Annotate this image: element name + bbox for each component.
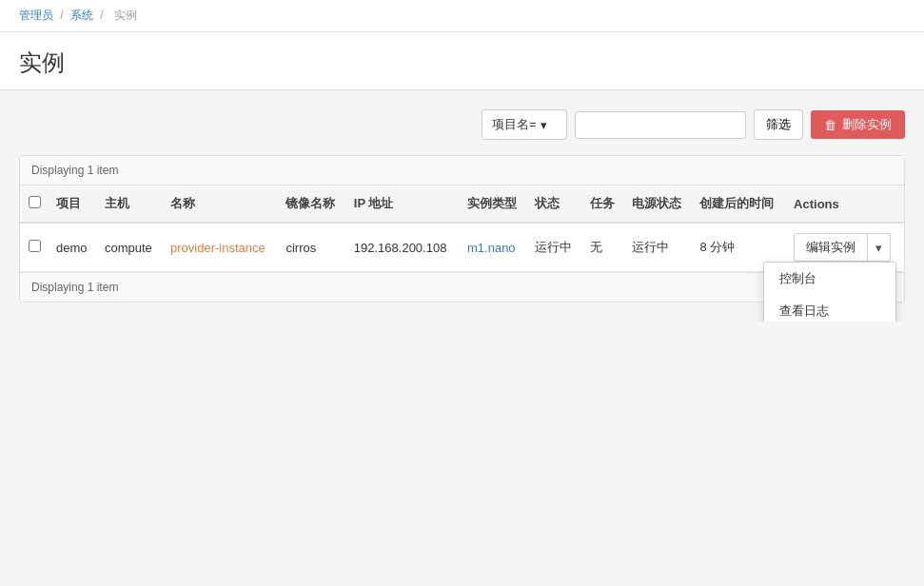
filter-input[interactable]	[575, 111, 746, 139]
page-header: 实例	[0, 32, 924, 90]
row-checkbox[interactable]	[29, 240, 41, 252]
menu-item-console[interactable]: 控制台	[764, 263, 895, 295]
delete-instances-button[interactable]: 🗑 删除实例	[811, 110, 905, 139]
action-dropdown-menu: 控制台 查看日志 创建快照 暂停实例 挂起实例 废弃实例 迁移实例 实例热迁移 …	[763, 262, 896, 322]
filter-button[interactable]: 筛选	[754, 109, 803, 140]
col-header-task: 任务	[582, 186, 624, 223]
edit-instance-button[interactable]: 编辑实例	[794, 233, 868, 262]
instances-table: 项目 主机 名称 镜像名称 IP 地址 实例类型 状态 任务 电源状态 创建后的…	[20, 186, 904, 272]
cell-type: m1.nano	[460, 223, 527, 272]
col-header-ip: IP 地址	[346, 186, 460, 223]
col-header-name: 名称	[163, 186, 278, 223]
cell-power: 运行中	[624, 223, 692, 272]
cell-task: 无	[582, 223, 624, 272]
instance-type-link[interactable]: m1.nano	[467, 241, 516, 255]
cell-project: demo	[49, 223, 97, 272]
cell-status: 运行中	[527, 223, 582, 272]
cell-name: provider-instance	[163, 223, 278, 272]
delete-btn-label: 删除实例	[842, 116, 892, 133]
table-header-row: 项目 主机 名称 镜像名称 IP 地址 实例类型 状态 任务 电源状态 创建后的…	[20, 186, 904, 223]
trash-icon: 🗑	[824, 118, 836, 132]
col-header-created: 创建后的时间	[692, 186, 786, 223]
filter-bar: 项目名= ▾ 筛选 🗑 删除实例	[19, 109, 905, 140]
chevron-down-icon: ▾	[541, 118, 547, 132]
col-header-project: 项目	[49, 186, 97, 223]
display-count-top: Displaying 1 item	[20, 156, 904, 186]
table-row: demo compute provider-instance cirros 19…	[20, 223, 904, 272]
col-header-power: 电源状态	[624, 186, 692, 223]
breadcrumb-separator-1: /	[60, 9, 67, 22]
instances-table-container: Displaying 1 item 项目 主机 名称 镜像名称 IP 地址 实例…	[19, 155, 905, 303]
breadcrumb-system-link[interactable]: 系统	[70, 9, 93, 22]
action-dropdown-toggle[interactable]: ▾	[868, 233, 891, 262]
breadcrumb: 管理员 / 系统 / 实例	[0, 0, 924, 32]
cell-image: cirros	[278, 223, 345, 272]
col-header-host: 主机	[97, 186, 163, 223]
instance-name-link[interactable]: provider-instance	[170, 241, 265, 255]
menu-item-log[interactable]: 查看日志	[764, 295, 895, 322]
main-content: 项目名= ▾ 筛选 🗑 删除实例 Displaying 1 item 项目 主机…	[0, 90, 924, 322]
page-title: 实例	[19, 48, 905, 78]
breadcrumb-current: 实例	[114, 9, 137, 22]
col-header-actions: Actions	[786, 186, 904, 223]
col-header-type: 实例类型	[460, 186, 527, 223]
cell-host: compute	[97, 223, 163, 272]
project-filter-select[interactable]: 项目名= ▾	[482, 109, 567, 140]
breadcrumb-separator-2: /	[100, 9, 107, 22]
cell-actions: 编辑实例 ▾ 控制台 查看日志 创建快照 暂停实例 挂起实例 废弃实例	[786, 223, 904, 272]
select-all-checkbox[interactable]	[29, 196, 41, 208]
action-group: 编辑实例 ▾ 控制台 查看日志 创建快照 暂停实例 挂起实例 废弃实例	[794, 233, 896, 262]
cell-ip: 192.168.200.108	[346, 223, 460, 272]
col-header-status: 状态	[527, 186, 582, 223]
chevron-down-icon: ▾	[875, 241, 882, 255]
project-filter-label: 项目名=	[492, 116, 537, 133]
col-header-image: 镜像名称	[278, 186, 345, 223]
breadcrumb-admin-link[interactable]: 管理员	[19, 9, 53, 22]
